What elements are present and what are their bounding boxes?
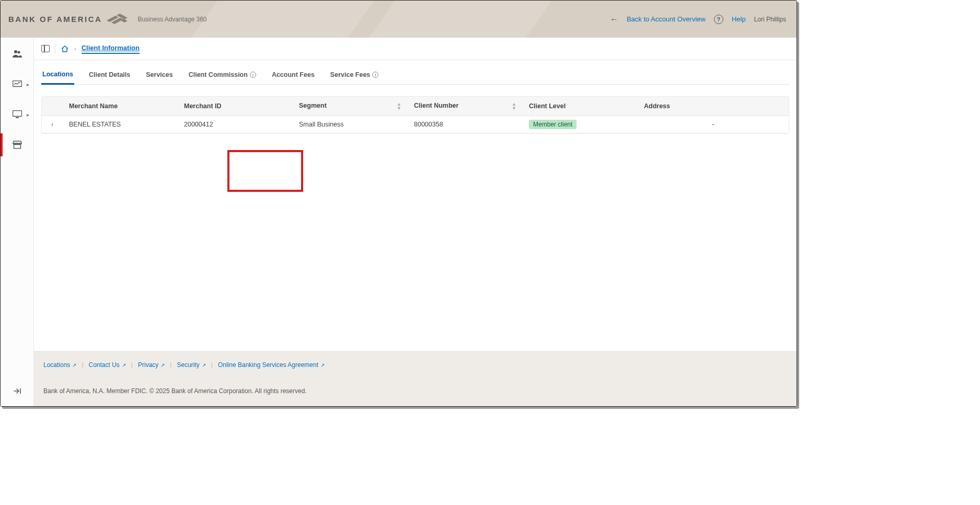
app-header: BANK OF AMERICA Business Advantage 360 ←… xyxy=(1,1,797,38)
footer-separator: | xyxy=(211,361,213,369)
breadcrumb-separator: › xyxy=(74,45,76,52)
back-to-overview-link[interactable]: Back to Account Overview xyxy=(627,15,706,23)
column-header[interactable]: Segment▲▼ xyxy=(293,97,408,116)
panel-toggle-icon[interactable] xyxy=(41,45,50,52)
svg-rect-2 xyxy=(13,81,21,87)
rail-item-store[interactable] xyxy=(1,136,33,153)
footer-separator: | xyxy=(82,361,83,369)
rail-item-dashboard[interactable]: ▸ xyxy=(1,76,33,93)
tabs: LocationsClient DetailsServicesClient Co… xyxy=(41,60,789,85)
tab-locations[interactable]: Locations xyxy=(41,71,74,85)
footer-separator: | xyxy=(131,361,133,369)
user-name: Lori Phillips xyxy=(754,16,786,23)
tab-client-commission[interactable]: Client Commissioni xyxy=(188,71,257,84)
cell-address: - xyxy=(638,116,789,133)
divider xyxy=(55,44,55,53)
tab-services[interactable]: Services xyxy=(145,71,174,84)
header-actions: ← Back to Account Overview ? Help Lori P… xyxy=(610,15,786,24)
svg-rect-5 xyxy=(16,117,19,118)
rail-item-monitor[interactable]: ▸ xyxy=(1,106,33,123)
expand-row-icon[interactable]: › xyxy=(51,121,53,128)
column-header: Merchant Name xyxy=(63,97,178,116)
svg-rect-4 xyxy=(13,111,21,117)
help-link[interactable]: Help xyxy=(732,15,746,23)
sub-brand: Business Advantage 360 xyxy=(137,16,206,23)
brand-name: BANK OF AMERICA xyxy=(8,15,102,24)
column-header: Address xyxy=(638,97,789,116)
external-link-icon: ↗ xyxy=(122,362,126,368)
brand-logo-icon xyxy=(106,13,128,26)
cell-client-number: 80000358 xyxy=(408,116,523,133)
cell-client-level: Member client xyxy=(523,116,638,133)
annotation-highlight xyxy=(227,150,303,192)
client-level-badge: Member client xyxy=(529,120,577,129)
back-arrow-icon[interactable]: ← xyxy=(610,15,618,24)
column-header[interactable]: Client Number▲▼ xyxy=(408,97,523,116)
svg-point-0 xyxy=(14,50,17,53)
external-link-icon: ↗ xyxy=(160,362,165,368)
sort-icon[interactable]: ▲▼ xyxy=(397,102,401,110)
chevron-right-icon: ▸ xyxy=(27,112,29,118)
cell-segment: Small Business xyxy=(293,116,408,133)
tab-client-details[interactable]: Client Details xyxy=(88,71,131,84)
external-link-icon: ↗ xyxy=(320,362,325,368)
tab-account-fees[interactable]: Account Fees xyxy=(271,71,316,84)
footer-separator: | xyxy=(170,361,171,369)
left-nav-rail: ▸ ▸ xyxy=(1,38,34,406)
footer-link-online-banking-services-agreement[interactable]: Online Banking Services Agreement ↗ xyxy=(218,361,325,369)
breadcrumb-bar: › Client Information xyxy=(34,38,797,60)
svg-point-1 xyxy=(17,51,20,54)
home-icon[interactable] xyxy=(61,45,69,52)
info-icon[interactable]: i xyxy=(372,72,378,78)
brand: BANK OF AMERICA xyxy=(8,13,128,26)
column-header: Merchant ID xyxy=(178,97,293,116)
table-row[interactable]: ›BENEL ESTATES20000412Small Business8000… xyxy=(42,116,789,133)
tab-service-fees[interactable]: Service Feesi xyxy=(329,71,379,84)
rail-collapse-button[interactable] xyxy=(1,383,33,399)
locations-table: Merchant NameMerchant IDSegment▲▼Client … xyxy=(41,96,789,134)
sort-icon[interactable]: ▲▼ xyxy=(512,102,516,110)
external-link-icon: ↗ xyxy=(202,362,206,368)
column-header xyxy=(42,97,63,116)
help-icon[interactable]: ? xyxy=(714,15,723,24)
main-area: › Client Information LocationsClient Det… xyxy=(34,38,797,406)
svg-rect-6 xyxy=(14,145,20,149)
footer-links: Locations ↗|Contact Us ↗|Privacy ↗|Secur… xyxy=(43,361,787,369)
breadcrumb-current[interactable]: Client Information xyxy=(82,44,140,54)
cell-merchant-name: BENEL ESTATES xyxy=(63,116,178,133)
footer-link-contact-us[interactable]: Contact Us ↗ xyxy=(89,361,126,369)
footer: Locations ↗|Contact Us ↗|Privacy ↗|Secur… xyxy=(34,351,797,406)
info-icon[interactable]: i xyxy=(250,72,256,78)
column-header: Client Level xyxy=(523,97,638,116)
external-link-icon: ↗ xyxy=(72,362,76,368)
footer-link-security[interactable]: Security ↗ xyxy=(177,361,205,369)
footer-link-locations[interactable]: Locations ↗ xyxy=(43,361,76,369)
chevron-right-icon: ▸ xyxy=(27,82,29,87)
footer-copyright: Bank of America, N.A. Member FDIC. © 202… xyxy=(43,387,787,395)
rail-item-people[interactable] xyxy=(1,45,33,62)
footer-link-privacy[interactable]: Privacy ↗ xyxy=(138,361,165,369)
cell-merchant-id: 20000412 xyxy=(178,116,293,133)
